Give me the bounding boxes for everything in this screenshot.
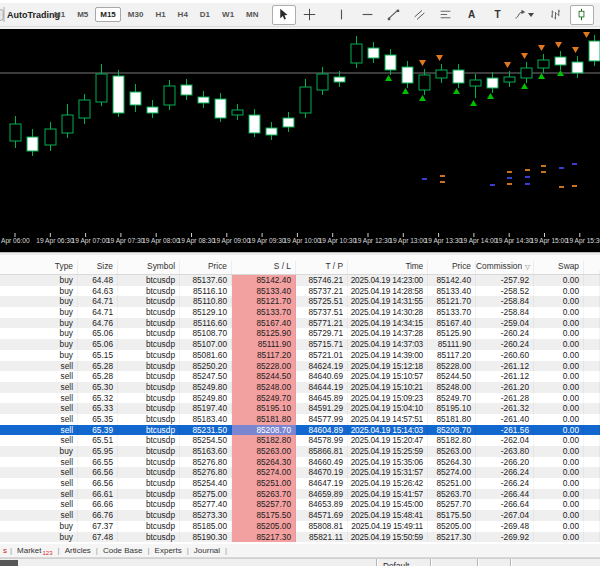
history-row[interactable]: sell66.61btcusdp85275.0085263.7084659.89… [0, 489, 600, 500]
history-row[interactable]: sell66.76btcusdp85273.3085175.5084571.69… [0, 510, 600, 521]
channel-tool-button[interactable] [408, 5, 432, 25]
timeframe-h1-button[interactable]: H1 [150, 7, 170, 22]
profile-segment[interactable]: Default [376, 559, 430, 566]
status-segment [430, 559, 477, 566]
shapes-dropdown-button[interactable] [512, 5, 536, 25]
timeframe-m1-button[interactable]: M1 [49, 7, 70, 22]
history-row[interactable]: buy64.71btcusdp85110.8085121.7085725.512… [0, 296, 600, 307]
column-header-time[interactable]: Time [348, 261, 428, 274]
history-row[interactable]: buy65.15btcusdp85081.6085117.2085721.012… [0, 350, 600, 361]
history-row[interactable]: sell66.56btcusdp85276.8085274.0084670.19… [0, 467, 600, 478]
history-row[interactable]: buy65.06btcusdp85107.0085111.9085715.712… [0, 339, 600, 350]
cell-symbol: btcusdp [118, 532, 180, 543]
history-row[interactable]: sell66.55btcusdp85276.8085264.3084660.49… [0, 457, 600, 468]
column-header-price-close[interactable]: Price [428, 261, 476, 274]
history-row[interactable]: sell65.51btcusdp85254.5085182.8084578.99… [0, 435, 600, 446]
history-row[interactable]: buy64.71btcusdp85129.1085133.7085737.512… [0, 307, 600, 318]
candle [181, 79, 192, 100]
cell-filler [584, 296, 600, 307]
cell-commission: -261.12 [476, 371, 534, 382]
cell-tp: 85866.81 [296, 446, 348, 457]
cell-commission: -261.32 [476, 403, 534, 414]
column-header-price[interactable]: Price [180, 261, 232, 274]
history-row[interactable]: buy64.76btcusdp85116.6085167.4085771.212… [0, 318, 600, 329]
text-tool-button[interactable]: A [460, 5, 484, 25]
column-header-s-l[interactable]: S / L [232, 261, 296, 274]
cell-close-price: 85244.50 [428, 371, 476, 382]
crosshair-tool-button[interactable] [298, 5, 322, 25]
horizontal-line-tool-button[interactable] [356, 5, 380, 25]
history-row[interactable]: buy65.95btcusdp85163.6085263.0085866.812… [0, 446, 600, 457]
column-header-t-p[interactable]: T / P [296, 261, 348, 274]
history-row[interactable]: sell66.56btcusdp85254.4085251.0084647.19… [0, 478, 600, 489]
cell-close-price: 85274.00 [428, 467, 476, 478]
cell-time: 2025.04.19 14:57:51 [348, 414, 428, 425]
history-row[interactable]: sell65.33btcusdp85197.4085195.1084591.29… [0, 403, 600, 414]
tab-journal[interactable]: Journal [190, 546, 224, 555]
column-header-symbol[interactable]: Symbol [118, 261, 180, 274]
cell-close-price: 85228.00 [428, 361, 476, 372]
timeframe-w1-button[interactable]: W1 [217, 7, 239, 22]
cell-commission: -261.28 [476, 393, 534, 404]
candle [130, 84, 141, 112]
cell-symbol: btcusdp [118, 286, 180, 297]
cell-time: 2025.04.19 15:20:47 [348, 435, 428, 446]
tab-partial-left[interactable]: s [1, 546, 9, 555]
chart-panel[interactable]: Apr 06:0019 Apr 06:3019 Apr 07:0019 Apr … [0, 29, 600, 252]
column-header-size[interactable]: Size [78, 261, 118, 274]
cell-swap: 0.00 [534, 286, 584, 297]
history-row[interactable]: sell65.32btcusdp85249.8085249.7084645.89… [0, 393, 600, 404]
cell-type: sell [0, 393, 78, 404]
history-row[interactable]: sell65.28btcusdp85247.5085244.5084640.69… [0, 371, 600, 382]
vertical-line-tool-button[interactable] [330, 5, 354, 25]
candle [283, 112, 294, 132]
cell-swap: 0.00 [534, 446, 584, 457]
chart-canvas[interactable] [0, 29, 600, 252]
history-row[interactable]: buy64.63btcusdp85116.1085133.4085737.212… [0, 286, 600, 297]
label-tool-button[interactable]: T [486, 5, 510, 25]
candlestick-mode-button[interactable] [570, 5, 594, 25]
tab-code-base[interactable]: Code Base [99, 546, 147, 555]
tab-market[interactable]: Market123 [13, 546, 56, 555]
history-row[interactable]: sell66.66btcusdp85277.4085257.7084653.89… [0, 499, 600, 510]
fibonacci-tool-button[interactable] [434, 5, 458, 25]
cursor-tool-button[interactable] [272, 5, 296, 25]
history-row[interactable]: buy67.37btcusdp85185.0085205.0085808.812… [0, 521, 600, 532]
history-row[interactable]: sell65.28btcusdp85250.2085228.0084624.19… [0, 361, 600, 372]
cell-type: sell [0, 435, 78, 446]
line-chart-mode-button[interactable] [596, 5, 600, 25]
column-label: Commission [476, 261, 522, 271]
column-header-commission[interactable]: Commission▽ [476, 261, 534, 274]
cell-time: 2025.04.19 15:35:06 [348, 457, 428, 468]
timeframe-mn-button[interactable]: MN [241, 7, 263, 22]
history-row[interactable]: buy64.48btcusdp85137.6085142.4085746.212… [0, 275, 600, 286]
tab-experts[interactable]: Experts [151, 546, 186, 555]
timeframe-m15-button[interactable]: M15 [95, 7, 121, 22]
vertical-line-icon [335, 8, 348, 21]
cell-type: buy [0, 446, 78, 457]
history-row[interactable]: buy67.48btcusdp85190.3085217.3085821.112… [0, 532, 600, 543]
candle [164, 80, 175, 110]
column-header-swap[interactable]: Swap [534, 261, 584, 274]
timeframe-m30-button[interactable]: M30 [123, 7, 149, 22]
cell-filler [584, 425, 600, 436]
autotrading-button[interactable]: AutoTrading [10, 4, 40, 25]
timeframe-d1-button[interactable]: D1 [195, 7, 215, 22]
timeframe-h4-button[interactable]: H4 [173, 7, 193, 22]
history-row[interactable]: sell65.39btcusdp85231.5085208.7084604.89… [0, 425, 600, 436]
history-row[interactable]: sell65.35btcusdp85183.4085181.8084577.99… [0, 414, 600, 425]
tab-articles[interactable]: Articles [61, 546, 95, 555]
cell-tp: 85737.51 [296, 307, 348, 318]
column-label: Time [406, 261, 424, 271]
trendline-tool-button[interactable] [382, 5, 406, 25]
candle [266, 122, 277, 140]
time-axis-label: 19 Apr 09:30 [248, 237, 284, 244]
timeframe-m5-button[interactable]: M5 [72, 7, 93, 22]
history-row[interactable]: buy65.06btcusdp85108.7085125.9085729.712… [0, 328, 600, 339]
cell-symbol: btcusdp [118, 510, 180, 521]
history-row[interactable]: sell65.30btcusdp85249.8085248.0084644.19… [0, 382, 600, 393]
cell-close-price: 85117.20 [428, 350, 476, 361]
column-header-type[interactable]: Type [0, 261, 78, 274]
cell-open-price: 85163.60 [180, 446, 232, 457]
bar-chart-mode-button[interactable] [544, 5, 568, 25]
